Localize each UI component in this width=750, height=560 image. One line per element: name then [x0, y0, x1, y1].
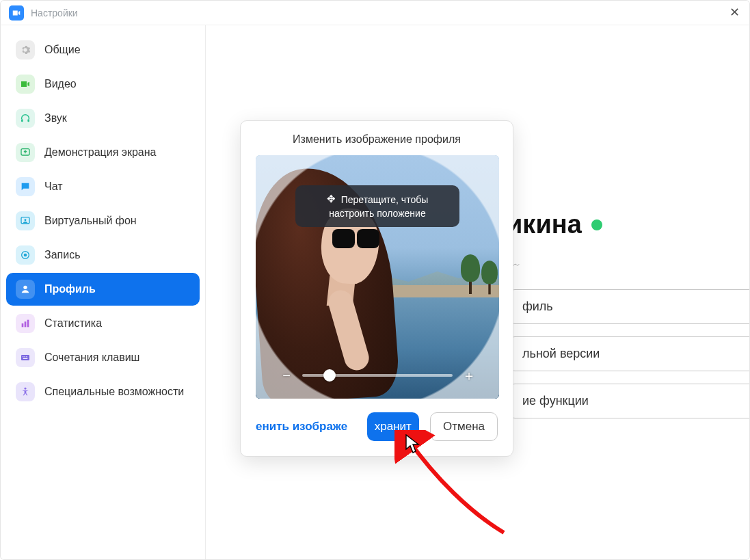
sidebar-item-statistics[interactable]: Статистика	[6, 307, 200, 340]
sidebar-item-label: Статистика	[44, 317, 102, 330]
sidebar-item-recording[interactable]: Запись	[6, 239, 200, 271]
sidebar-item-label: Видео	[44, 78, 77, 90]
move-icon: ✥	[327, 192, 336, 206]
sidebar-item-label: Виртуальный фон	[44, 215, 137, 227]
svg-rect-14	[26, 356, 27, 357]
svg-point-4	[25, 219, 27, 221]
sidebar-item-label: Сочетания клавиш	[44, 351, 139, 364]
sidebar-item-share-screen[interactable]: Демонстрация экрана	[6, 136, 200, 169]
profile-name: икина	[507, 210, 749, 239]
sidebar-item-video[interactable]: Видео	[6, 68, 200, 101]
svg-point-16	[25, 388, 27, 390]
sidebar-item-label: Специальные возможности	[44, 386, 184, 398]
record-icon	[16, 245, 35, 265]
headphones-icon	[16, 109, 35, 128]
sidebar-item-keyboard-shortcuts[interactable]: Сочетания клавиш	[6, 341, 200, 374]
video-icon	[16, 75, 35, 94]
image-crop-frame[interactable]: ✥ Перетащите, чтобы настроить положение …	[256, 155, 499, 399]
app-icon	[9, 5, 24, 21]
virtual-background-icon	[16, 211, 35, 230]
svg-rect-8	[22, 323, 24, 327]
svg-rect-15	[23, 358, 28, 359]
modal-title: Изменить изображение профиля	[256, 133, 498, 146]
titlebar: Настройки ✕	[1, 1, 749, 25]
svg-rect-12	[23, 356, 23, 357]
drag-tooltip: ✥ Перетащите, чтобы настроить положение	[295, 185, 459, 227]
sidebar-item-audio[interactable]: Звук	[6, 102, 200, 135]
drag-tip-line1: Перетащите, чтобы	[341, 194, 429, 206]
svg-rect-9	[25, 321, 27, 327]
svg-rect-1	[27, 119, 29, 122]
close-icon[interactable]: ✕	[729, 5, 740, 20]
sidebar-item-label: Запись	[44, 249, 81, 261]
gear-icon	[16, 40, 35, 59]
sidebar-item-profile[interactable]: Профиль	[6, 273, 200, 306]
change-image-link[interactable]: енить изображе	[256, 420, 356, 434]
window-title: Настройки	[31, 8, 78, 18]
profile-buttons: филь льной версии ие функции	[507, 289, 749, 418]
svg-rect-13	[25, 356, 25, 357]
zoom-slider[interactable]: − ＋	[280, 367, 474, 384]
svg-rect-0	[21, 119, 23, 122]
status-online-icon	[591, 219, 602, 230]
sidebar-item-virtual-background[interactable]: Виртуальный фон	[6, 204, 200, 237]
svg-point-7	[23, 286, 27, 289]
profile-icon	[16, 280, 35, 299]
svg-rect-10	[27, 320, 29, 328]
profile-button-1[interactable]: льной версии	[507, 336, 749, 371]
zoom-thumb[interactable]	[323, 369, 336, 382]
sidebar-item-accessibility[interactable]: Специальные возможности	[6, 375, 200, 408]
keyboard-icon	[16, 348, 35, 367]
accessibility-icon	[16, 382, 35, 401]
chat-icon	[16, 177, 35, 196]
sidebar-item-general[interactable]: Общие	[6, 34, 200, 66]
sidebar: Общие Видео Звук Демонстрация экрана	[1, 25, 206, 559]
sidebar-item-chat[interactable]: Чат	[6, 170, 200, 203]
zoom-track[interactable]	[302, 374, 453, 377]
profile-button-2[interactable]: ие функции	[507, 384, 749, 418]
drag-tip-line2: настроить положение	[329, 207, 425, 220]
sidebar-item-label: Звук	[44, 112, 67, 124]
share-screen-icon	[16, 143, 35, 162]
sidebar-item-label: Демонстрация экрана	[44, 146, 157, 159]
svg-rect-11	[21, 355, 29, 360]
zoom-out-icon[interactable]: −	[280, 368, 293, 384]
cancel-button[interactable]: Отмена	[430, 412, 498, 441]
profile-name-text: икина	[507, 210, 582, 239]
save-button[interactable]: хранит	[367, 412, 419, 441]
sidebar-item-label: Общие	[44, 44, 81, 56]
stats-icon	[16, 314, 35, 333]
sidebar-item-label: Чат	[44, 181, 63, 193]
sidebar-item-label: Профиль	[44, 283, 96, 295]
profile-button-0[interactable]: филь	[507, 289, 749, 324]
svg-point-6	[24, 254, 27, 257]
settings-window: Настройки ✕ Общие Видео Звук	[0, 0, 750, 560]
change-profile-image-modal: Изменить изображение профиля ✥ Перетащит…	[240, 120, 513, 457]
profile-area: икина ﹏ филь льной версии ие функции	[507, 210, 749, 418]
hidden-field-icon: ﹏	[507, 252, 749, 270]
modal-actions: енить изображе хранит Отмена	[256, 412, 498, 441]
zoom-in-icon[interactable]: ＋	[462, 366, 474, 385]
